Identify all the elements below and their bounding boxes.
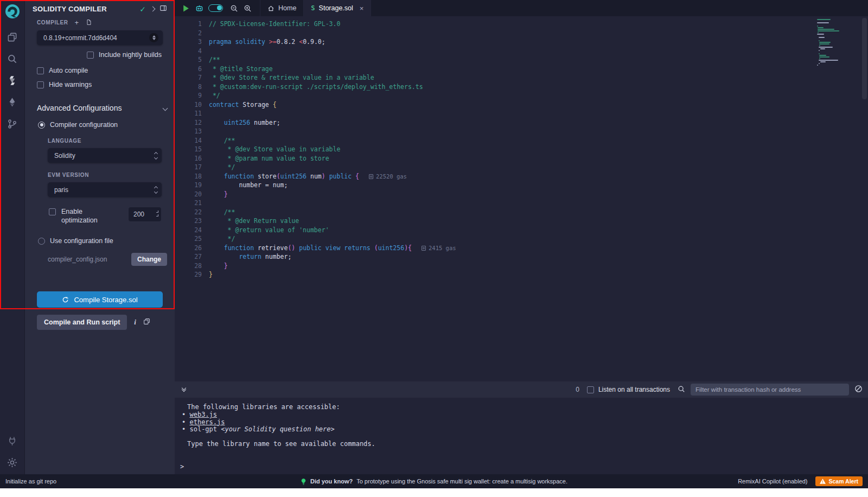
info-icon[interactable]: i [134, 318, 136, 327]
terminal-output[interactable]: The following libraries are accessible: … [175, 398, 868, 474]
editor-scrollbar[interactable] [861, 16, 868, 381]
terminal-libraries: • web3.js• ethers.js• sol-gpt <your Soli… [180, 411, 868, 434]
checkbox-icon[interactable] [37, 81, 44, 88]
status-bar: Initialize as git repo Did you know? To … [0, 474, 868, 488]
auto-compile-checkbox[interactable]: Auto compile [37, 67, 168, 74]
remix-logo-icon[interactable] [4, 3, 21, 20]
copy-icon[interactable] [143, 318, 150, 327]
language-label: LANGUAGE [48, 138, 168, 144]
listen-all-transactions-checkbox[interactable]: Listen on all transactions [587, 386, 670, 393]
compiler-section-label: COMPILER [37, 20, 68, 26]
lightbulb-icon [301, 478, 307, 485]
code-editor[interactable]: 1234567891011121314151617181920212223242… [175, 16, 868, 381]
terminal-intro: The following libraries are accessible: [187, 404, 868, 411]
close-tab-icon[interactable]: × [360, 4, 364, 12]
run-script-icon[interactable] [179, 0, 193, 16]
checkbox-icon[interactable] [87, 52, 94, 59]
terminal-library-item: • web3.js [182, 411, 868, 419]
open-file-icon[interactable] [86, 19, 92, 26]
solidity-file-icon: S [311, 4, 315, 12]
advanced-configurations-header[interactable]: Advanced Configurations [37, 104, 167, 112]
line-numbers: 1234567891011121314151617181920212223242… [175, 16, 202, 381]
minimap[interactable] [817, 19, 859, 66]
use-configuration-file-radio[interactable]: Use configuration file [38, 237, 168, 245]
remixai-assistant-icon[interactable] [193, 0, 206, 16]
warning-icon [820, 479, 826, 484]
enable-optimization-checkbox[interactable] [49, 208, 56, 215]
plugin-manager-icon[interactable] [6, 434, 19, 447]
zoom-in-icon[interactable] [241, 0, 254, 16]
compile-success-check-icon: ✓ [139, 5, 146, 14]
terminal-library-item: • ethers.js [182, 419, 868, 426]
terminal-library-link: sol-gpt [189, 425, 217, 433]
gas-estimate-icon [422, 246, 426, 251]
panel-title: SOLIDITY COMPILER [33, 5, 135, 13]
hide-warnings-checkbox[interactable]: Hide warnings [37, 81, 168, 88]
language-select[interactable]: Solidity [48, 148, 162, 163]
terminal-library-link[interactable]: ethers.js [189, 418, 225, 426]
git-init-button[interactable]: Initialize as git repo [5, 478, 56, 485]
select-caret-icon [155, 152, 157, 159]
tab-home[interactable]: Home [260, 0, 304, 16]
terminal-hint: Type the library name to see available c… [187, 441, 868, 448]
source-control-icon[interactable] [6, 117, 19, 130]
chevron-right-icon[interactable] [150, 7, 156, 12]
add-compiler-icon[interactable]: + [75, 20, 79, 26]
evm-version-select[interactable]: paris [48, 182, 162, 197]
solidity-compiler-icon[interactable] [6, 74, 19, 87]
settings-gear-icon[interactable] [6, 456, 19, 469]
checkbox-icon[interactable] [37, 67, 44, 74]
search-icon[interactable] [6, 52, 19, 65]
tab-storage-sol[interactable]: S Storage.sol × [304, 0, 371, 16]
terminal-collapse-icon[interactable] [182, 388, 186, 391]
deploy-and-run-icon[interactable] [6, 95, 19, 109]
main-area: Home S Storage.sol × 1234567891011121314… [175, 0, 868, 474]
home-icon [267, 5, 275, 12]
include-nightly-checkbox[interactable]: Include nightly builds [31, 51, 162, 59]
terminal-library-link[interactable]: web3.js [189, 411, 217, 418]
select-caret-icon [149, 33, 158, 42]
copilot-status[interactable]: RemixAI Copilot (enabled) [738, 478, 807, 485]
compile-button[interactable]: Compile Storage.sol [37, 291, 163, 308]
compile-and-run-button[interactable]: Compile and Run script [37, 315, 127, 330]
pin-panel-icon[interactable] [159, 4, 167, 14]
scrollbar-thumb[interactable] [862, 18, 867, 99]
icon-sidebar [0, 0, 25, 474]
compiler-configuration-radio[interactable]: Compiler configuration [38, 121, 168, 129]
zoom-out-icon[interactable] [227, 0, 241, 16]
checkbox-icon[interactable] [587, 386, 594, 393]
terminal-prompt: > [180, 463, 868, 471]
copilot-toggle[interactable] [208, 4, 223, 12]
radio-icon[interactable] [38, 238, 45, 245]
terminal-library-item: • sol-gpt <your Solidity question here> [182, 426, 868, 434]
did-you-know-tip: Did you know? To prototype using the Gno… [301, 478, 567, 485]
transaction-count: 0 [576, 386, 579, 393]
change-config-button[interactable]: Change [131, 253, 167, 266]
config-file-name: compiler_config.json [48, 256, 131, 263]
scam-alert-badge[interactable]: Scam Alert [815, 476, 863, 486]
stepper-arrows-icon[interactable] [156, 211, 158, 216]
compiler-version-select[interactable]: 0.8.19+commit.7dd6d404 [37, 30, 163, 45]
refresh-icon [62, 296, 69, 303]
transaction-filter-input[interactable] [691, 384, 849, 396]
remix-ide-window: SOLIDITY COMPILER ✓ COMPILER + 0.8.19+co… [0, 0, 868, 488]
gas-estimate-icon [369, 174, 373, 179]
radio-selected-icon[interactable] [38, 122, 45, 129]
enable-optimization-label: Enable optimization [61, 207, 109, 225]
terminal-search-icon[interactable] [678, 385, 685, 394]
evm-version-label: EVM VERSION [48, 172, 168, 178]
editor-toolbar: Home S Storage.sol × [175, 0, 868, 16]
solidity-compiler-panel: SOLIDITY COMPILER ✓ COMPILER + 0.8.19+co… [25, 0, 175, 474]
code-lines: // SPDX-License-Identifier: GPL-3.0pragm… [202, 16, 868, 381]
file-explorer-icon[interactable] [6, 30, 19, 43]
select-caret-icon [155, 187, 157, 193]
chevron-down-icon [163, 105, 168, 111]
terminal-toolbar: 0 Listen on all transactions [175, 381, 868, 398]
clear-console-icon[interactable] [854, 385, 863, 394]
